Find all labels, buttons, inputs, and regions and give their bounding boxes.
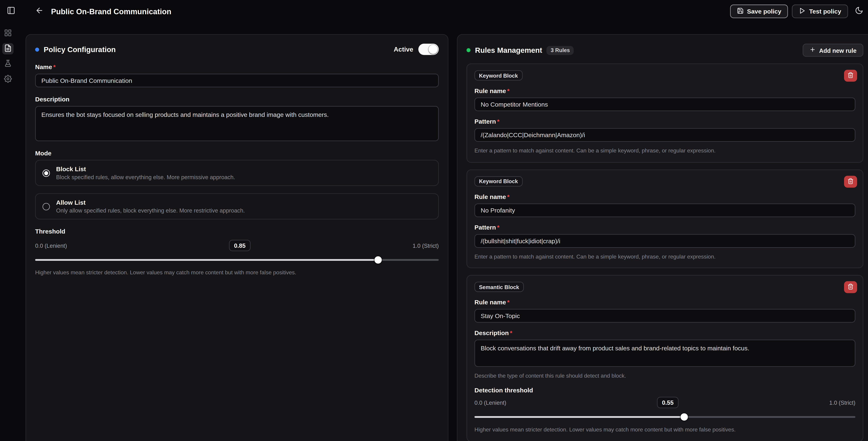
trash-icon xyxy=(847,283,854,292)
app-window: Public On-Brand Communication Save polic… xyxy=(0,0,868,441)
trash-icon xyxy=(847,177,854,186)
save-policy-label: Save policy xyxy=(747,8,781,15)
threshold-value-badge: 0.85 xyxy=(229,240,251,251)
mode-option-title: Allow List xyxy=(56,199,245,206)
pattern-input[interactable] xyxy=(474,128,855,142)
dashboard-icon xyxy=(4,29,12,38)
required-asterisk: * xyxy=(507,193,509,200)
threshold-max-label: 1.0 (Strict) xyxy=(413,242,439,249)
sidebar-item-dashboard[interactable] xyxy=(2,28,13,39)
rules-management-panel: Rules Management 3 Rules Add new rule Ke… xyxy=(457,34,868,441)
rule-type-badge: Keyword Block xyxy=(474,176,522,186)
rule-name-label: Rule name* xyxy=(474,193,855,200)
file-text-icon xyxy=(4,44,12,54)
threshold-label: Threshold xyxy=(35,228,439,235)
rules-count-badge: 3 Rules xyxy=(547,46,574,55)
icon-rail xyxy=(0,23,16,441)
play-icon xyxy=(799,7,806,15)
rule-name-input[interactable] xyxy=(474,309,855,323)
rule-name-label: Rule name* xyxy=(474,299,855,306)
policy-configuration-panel: Policy Configuration Active Name* Descri… xyxy=(26,34,448,441)
rule-card-no-competitor-mentions: Keyword Block Rule name* Pattern* Enter … xyxy=(466,64,863,162)
required-asterisk: * xyxy=(497,224,499,230)
pattern-help-text: Enter a pattern to match against content… xyxy=(474,147,855,155)
threshold-min-label: 0.0 (Lenient) xyxy=(35,242,67,249)
rule-type-badge: Semantic Block xyxy=(474,282,524,292)
rules-status-dot xyxy=(466,48,470,52)
flask-icon xyxy=(4,59,12,69)
mode-label: Mode xyxy=(35,150,439,156)
mode-option-description: Only allow specified rules, block everyt… xyxy=(56,208,245,214)
plus-icon xyxy=(809,46,816,54)
rule-name-input[interactable] xyxy=(474,203,855,217)
detection-threshold-value-badge: 0.55 xyxy=(657,397,679,408)
rules-management-title: Rules Management xyxy=(475,46,542,54)
delete-rule-button[interactable] xyxy=(844,176,857,188)
back-button[interactable] xyxy=(32,4,46,18)
rule-name-label: Rule name* xyxy=(474,87,855,94)
active-label: Active xyxy=(394,46,413,53)
pattern-label: Pattern* xyxy=(474,224,855,230)
add-new-rule-label: Add new rule xyxy=(819,47,857,54)
name-label: Name* xyxy=(35,64,439,70)
slider-thumb[interactable] xyxy=(374,256,382,263)
rule-type-badge: Keyword Block xyxy=(474,70,522,81)
threshold-help-text: Higher values mean stricter detection. L… xyxy=(35,269,439,277)
required-asterisk: * xyxy=(510,329,512,336)
policy-status-dot xyxy=(35,48,39,52)
test-policy-label: Test policy xyxy=(809,8,841,15)
slider-fill xyxy=(474,416,684,418)
policy-name-input[interactable] xyxy=(35,74,439,87)
sidebar-item-tests[interactable] xyxy=(2,58,13,70)
sidebar-item-policies[interactable] xyxy=(2,43,13,54)
mode-option-allow-list[interactable]: Allow List Only allow specified rules, b… xyxy=(35,193,439,219)
threshold-slider[interactable] xyxy=(35,256,439,263)
page-title: Public On-Brand Communication xyxy=(51,7,172,15)
slider-thumb[interactable] xyxy=(680,413,688,421)
save-icon xyxy=(737,7,744,15)
save-policy-button[interactable]: Save policy xyxy=(730,4,788,18)
rule-description-textarea[interactable]: Block conversations that drift away from… xyxy=(474,340,855,367)
mode-option-description: Block specified rules, allow everything … xyxy=(56,174,235,180)
rule-card-stay-on-topic: Semantic Block Rule name* Description* B… xyxy=(466,275,863,441)
moon-icon xyxy=(855,6,863,17)
rule-description-help-text: Describe the type of content this rule s… xyxy=(474,372,855,380)
pattern-input[interactable] xyxy=(474,234,855,248)
description-label: Description xyxy=(35,96,439,103)
test-policy-button[interactable]: Test policy xyxy=(792,4,848,18)
trash-icon xyxy=(847,71,854,80)
mode-option-title: Block List xyxy=(56,165,235,172)
delete-rule-button[interactable] xyxy=(844,70,857,82)
policy-config-title: Policy Configuration xyxy=(43,45,116,54)
detection-threshold-help-text: Higher values mean stricter detection. L… xyxy=(474,426,855,434)
settings-gear-icon xyxy=(4,74,12,84)
required-asterisk: * xyxy=(507,87,509,94)
topbar: Public On-Brand Communication Save polic… xyxy=(0,0,868,23)
rule-card-no-profanity: Keyword Block Rule name* Pattern* Enter … xyxy=(466,169,863,268)
rule-description-label: Description* xyxy=(474,329,855,336)
policy-description-textarea[interactable]: Ensures the bot stays focused on selling… xyxy=(35,106,439,141)
active-toggle[interactable] xyxy=(418,43,439,55)
detection-threshold-max-label: 1.0 (Strict) xyxy=(829,400,856,406)
detection-threshold-label: Detection threshold xyxy=(474,387,855,393)
required-asterisk: * xyxy=(507,299,509,306)
allow-list-radio[interactable] xyxy=(42,202,50,210)
pattern-help-text: Enter a pattern to match against content… xyxy=(474,253,855,260)
toggle-knob xyxy=(429,45,438,54)
panel-left-icon xyxy=(7,6,15,17)
required-asterisk: * xyxy=(53,64,56,70)
sidebar-toggle-button[interactable] xyxy=(4,4,18,18)
required-asterisk: * xyxy=(497,118,499,125)
slider-fill xyxy=(35,259,378,261)
detection-threshold-min-label: 0.0 (Lenient) xyxy=(474,400,506,406)
rule-name-input[interactable] xyxy=(474,98,855,111)
sidebar-item-settings[interactable] xyxy=(2,74,13,85)
add-new-rule-button[interactable]: Add new rule xyxy=(803,43,863,57)
detection-threshold-slider[interactable] xyxy=(474,413,855,421)
mode-option-block-list[interactable]: Block List Block specified rules, allow … xyxy=(35,160,439,186)
theme-toggle-button[interactable] xyxy=(852,4,866,18)
block-list-radio[interactable] xyxy=(42,169,50,177)
pattern-label: Pattern* xyxy=(474,118,855,125)
delete-rule-button[interactable] xyxy=(844,281,857,293)
arrow-left-icon xyxy=(35,6,43,17)
